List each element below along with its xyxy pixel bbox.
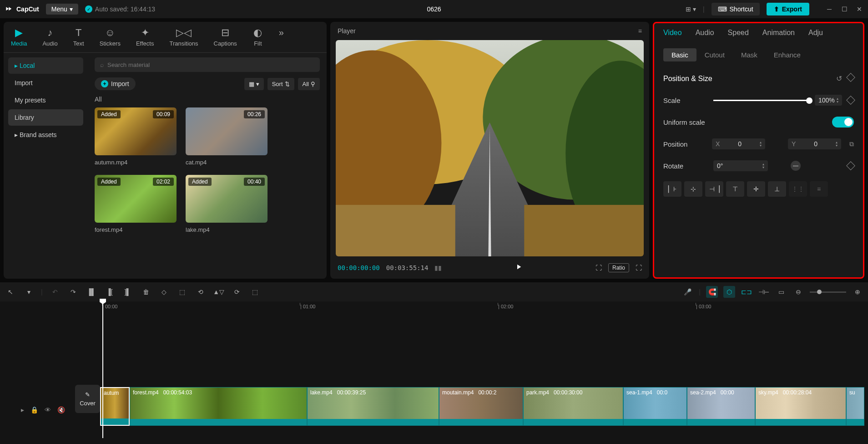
mic-icon[interactable]: 🎤 [681,286,693,298]
clip[interactable]: su [846,387,864,426]
redo-icon[interactable]: ↷ [67,286,79,298]
zoom-out-icon[interactable]: ⊖ [792,286,804,298]
divider-icon[interactable]: ⊣⊢ [758,286,770,298]
scale-value[interactable]: 100%▴▾ [815,95,842,106]
crop-icon[interactable]: ⛶ [595,264,602,271]
search-bar[interactable]: ⌕ [95,57,320,72]
more-tabs-icon[interactable]: » [275,26,288,49]
menu-button[interactable]: Menu ▾ [46,4,78,15]
align-bottom-icon[interactable]: ⊥ [768,181,786,197]
link-icon[interactable]: ⧉ [849,140,854,148]
levels-icon[interactable]: ▮▮ [434,264,442,271]
media-item[interactable]: Added00:09autumn.mp4 [95,107,177,166]
shortcut-button[interactable]: ⌨ Shortcut [712,3,760,15]
crop-tool-icon[interactable]: ⬚ [249,286,261,298]
media-item[interactable]: Added02:02forest.mp4 [95,175,177,233]
zoom-slider[interactable] [810,291,846,293]
fullscreen-icon[interactable]: ⛶ [636,264,642,271]
clip[interactable]: park.mp4 00:00:30:00 [523,387,623,426]
scale-slider[interactable] [713,100,809,101]
subtab-basic[interactable]: Basic [663,48,696,61]
ratio-button[interactable]: Ratio [608,263,629,272]
align-vcenter-icon[interactable]: ✛ [747,181,765,197]
keyframe-icon[interactable] [846,96,855,105]
cover-button[interactable]: ✎ Cover [75,385,100,413]
close-icon[interactable]: ✕ [855,5,863,13]
cursor-tool-icon[interactable]: ↖ [5,286,16,298]
align-top-icon[interactable]: ⊤ [726,181,744,197]
tab-text[interactable]: TText [70,26,88,49]
tab-captions[interactable]: ⊟Captions [210,26,241,49]
magnet-icon[interactable]: 🧲 [706,286,718,298]
clip[interactable]: moutain.mp4 00:00:2 [439,387,523,426]
tab-filt[interactable]: ◐Filt [249,26,267,49]
property-tab-audio[interactable]: Audio [696,29,714,41]
tab-stickers[interactable]: ☺Stickers [96,26,124,49]
distribute-v-icon[interactable]: ≡ [810,181,828,197]
trim-right-icon[interactable]: ]▌ [122,286,134,298]
filter-all-button[interactable]: All ⚲ [298,78,320,90]
clip[interactable]: sky.mp4 00:00:28:04 [755,387,846,426]
subtab-cutout[interactable]: Cutout [696,48,733,61]
sidebar-item-local[interactable]: ▸ Local [8,57,83,74]
rotate-icon[interactable]: ⟳ [231,286,243,298]
undo-icon[interactable]: ↶ [49,286,61,298]
sort-button[interactable]: Sort ⇅ [267,78,294,90]
tab-transitions[interactable]: ▷◁Transitions [166,26,202,49]
lock-icon[interactable]: 🔒 [30,406,38,413]
property-tab-animation[interactable]: Animation [762,29,795,41]
snap-icon[interactable]: ⊏⊐ [741,286,752,298]
import-button[interactable]: + Import [95,77,136,90]
clip[interactable]: lake.mp4 00:00:39:25 [307,387,439,426]
clip[interactable]: forest.mp4 00:00:54:03 [130,387,307,426]
subtab-enhance[interactable]: Enhance [766,48,809,61]
minimize-icon[interactable]: ─ [825,5,833,13]
grid-view-button[interactable]: ▦ ▾ [244,78,264,90]
video-track[interactable]: autumforest.mp4 00:00:54:03lake.mp4 00:0… [100,387,864,426]
cursor-dropdown-icon[interactable]: ▾ [23,286,35,298]
clip[interactable]: sea-2.mp4 00:00 [687,387,755,426]
clip[interactable]: autum [100,387,130,426]
align-right-icon[interactable]: ⊣▕ [705,181,723,197]
position-y-input[interactable]: Y 0 ▴▾ [788,138,841,149]
trim-left-icon[interactable]: ▐[ [104,286,116,298]
align-hcenter-icon[interactable]: ⊹ [684,181,702,197]
timeline-ruler[interactable]: | 00:00| 01:00| 02:00| 03:00 [100,301,868,314]
align-left-icon[interactable]: ▏⊦ [663,181,681,197]
rotate-dial[interactable]: — [791,161,801,171]
mute-icon[interactable]: 🔇 [57,406,65,413]
reverse-icon[interactable]: ⟲ [195,286,207,298]
player-viewport[interactable] [336,40,644,256]
eye-icon[interactable]: 👁 [45,406,51,413]
tab-audio[interactable]: ♪Audio [39,26,61,49]
sidebar-item-brand-assets[interactable]: ▸ Brand assets [8,127,83,143]
playhead[interactable] [102,301,103,438]
split-icon[interactable]: ▐▌ [86,286,97,298]
keyframe-icon[interactable] [846,161,855,170]
clip[interactable]: sea-1.mp4 00:0 [623,387,687,426]
project-title[interactable]: 0626 [427,5,441,13]
tab-media[interactable]: ▶Media [7,26,30,49]
screen-icon[interactable]: ▭ [775,286,787,298]
mirror-icon[interactable]: ▲▽ [213,286,225,298]
media-item[interactable]: Added00:40lake.mp4 [186,175,267,233]
media-item[interactable]: 00:26cat.mp4 [186,107,267,166]
track-output-icon[interactable]: ▸ [21,406,24,413]
export-button[interactable]: ⬆ Export [767,3,809,15]
play-button[interactable] [515,263,523,272]
reset-icon[interactable]: ↺ [836,74,842,83]
subtab-mask[interactable]: Mask [733,48,766,61]
rotate-input[interactable]: 0° ▴▾ [713,160,768,171]
tab-effects[interactable]: ✦Effects [132,26,158,49]
layout-icon[interactable]: ⊞ ▾ [686,5,696,13]
frame-icon[interactable]: ⬚ [177,286,188,298]
zoom-in-icon[interactable]: ⊕ [852,286,863,298]
property-tab-speed[interactable]: Speed [728,29,749,41]
keyframe-icon[interactable] [846,73,855,82]
property-tab-video[interactable]: Video [663,29,682,41]
sidebar-item-library[interactable]: Library [8,109,83,126]
uniform-scale-toggle[interactable] [832,117,854,128]
link-preview-icon[interactable]: ⬡ [723,286,735,298]
search-input[interactable] [107,61,314,68]
sidebar-item-my-presets[interactable]: My presets [8,92,83,108]
